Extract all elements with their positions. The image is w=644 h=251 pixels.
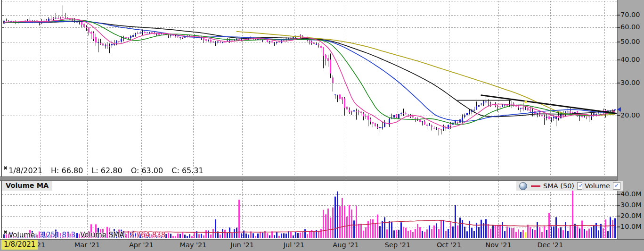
date-axis-bar[interactable]: '21Mar '21Apr '21May '21Jun '21Jul '21Au… <box>0 239 644 251</box>
axis-tick <box>617 15 620 16</box>
price-axis-label: 60.00 <box>620 23 640 31</box>
readout-date: 1/8/2021 <box>8 166 42 175</box>
volume-axis-label: 10.0M <box>620 223 642 230</box>
readout-low: L: 62.80 <box>91 166 122 175</box>
axis-tick <box>617 27 620 28</box>
x-axis-month-label: Apr '21 <box>129 241 154 249</box>
readout-open: O: 63.00 <box>131 166 163 175</box>
axis-tick <box>617 205 620 206</box>
axis-tick <box>617 115 620 116</box>
volume-checkbox[interactable]: ✓ <box>613 182 620 190</box>
globe-icon <box>519 182 527 190</box>
ohlc-readout: ✖1/8/2021H: 66.80L: 62.80O: 63.00C: 65.3… <box>3 165 212 175</box>
volume-value: 3,251,813 <box>40 231 75 239</box>
volume-sma-legend[interactable]: SMA (50) ✓ <box>528 181 587 191</box>
last-price-marker <box>617 107 621 112</box>
readout-high: H: 66.80 <box>51 166 83 175</box>
axis-tick <box>617 216 620 217</box>
volume-axis-label: 30.0M <box>620 201 642 209</box>
x-axis-month-label: Jun '21 <box>230 241 254 249</box>
sma-legend-label: SMA (50) <box>543 182 574 190</box>
axis-tick <box>617 194 620 195</box>
axis-tick <box>617 42 620 42</box>
x-axis-month-label: Mar '21 <box>74 241 100 249</box>
price-axis-label: 20.00 <box>620 111 640 119</box>
axis-tick <box>617 226 620 227</box>
x-axis-month-label: Nov '21 <box>485 241 511 249</box>
price-axis-label: 50.00 <box>620 38 640 45</box>
volume-legend[interactable]: Volume ✓ <box>582 181 623 191</box>
axis-tick <box>617 59 620 60</box>
x-axis-month-label: Oct '21 <box>437 241 461 249</box>
charting-app: '21Mar '21Apr '21May '21Jun '21Jul '21Au… <box>0 0 644 251</box>
volume-panel-title: Volume MA <box>2 181 52 191</box>
price-axis-label: 40.00 <box>620 56 640 63</box>
price-axis-label: 30.00 <box>620 79 640 86</box>
volume-label: Volume: <box>8 231 37 239</box>
volume-readout: ✖Volume: 3,251,813Volume SMA: 2,764,838 <box>3 229 165 239</box>
readout-close: C: 65.31 <box>171 166 203 175</box>
price-volume-chart-canvas[interactable] <box>0 0 644 251</box>
close-icon[interactable]: ✖ <box>3 165 8 171</box>
close-icon[interactable]: ✖ <box>3 229 8 235</box>
sma-line-swatch-icon <box>531 185 540 187</box>
volume-legend-label: Volume <box>585 182 610 190</box>
x-axis-month-label: Jul '21 <box>284 241 305 249</box>
x-axis-month-label: Dec '21 <box>537 241 563 249</box>
volume-axis-label: 20.0M <box>620 212 642 219</box>
axis-tick <box>617 83 620 84</box>
selected-date-chip: 1/8/2021 <box>1 240 38 250</box>
x-axis-month-label: Sep '21 <box>385 241 410 249</box>
x-axis-month-label: Aug '21 <box>333 241 359 249</box>
price-axis-label: 70.00 <box>620 11 640 18</box>
panel-separator[interactable] <box>0 176 617 181</box>
x-axis-month-label: May '21 <box>179 241 206 249</box>
volume-sma-label: Volume SMA: <box>80 231 126 239</box>
volume-sma-value: 2,764,838 <box>130 231 165 239</box>
volume-axis-label: 40.0M <box>620 190 642 198</box>
